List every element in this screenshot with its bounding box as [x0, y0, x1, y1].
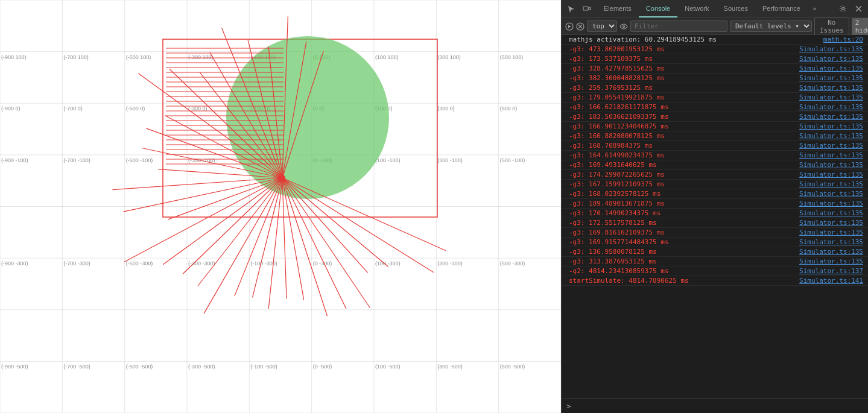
console-prompt-icon: > [566, 402, 571, 411]
settings-icon[interactable] [835, 2, 850, 16]
log-text: -g2: 4814.234130859375 ms [569, 267, 794, 275]
canvas-area [0, 0, 561, 413]
log-text: -g3: 136.9580078125 ms [569, 248, 794, 256]
log-source[interactable]: Simulator.ts:135 [799, 151, 863, 159]
log-text: -g3: 168.708984375 ms [569, 142, 794, 150]
log-text: -g3: 164.614990234375 ms [569, 151, 794, 159]
tab-network[interactable]: Network [677, 0, 716, 17]
log-entry: -g2: 4814.234130859375 msSimulator.ts:13… [562, 266, 868, 276]
log-source[interactable]: Simulator.ts:137 [799, 267, 863, 275]
simulation-canvas [0, 0, 561, 413]
tab-console[interactable]: Console [639, 0, 677, 17]
log-text: -g3: 179.055419921875 ms [569, 93, 794, 101]
log-source[interactable]: Simulator.ts:135 [799, 103, 863, 111]
log-entry: -g3: 328.427978515625 msSimulator.ts:135 [562, 64, 868, 74]
log-text: -g3: 183.5036621093375 ms [569, 113, 794, 121]
log-source[interactable]: Simulator.ts:135 [799, 219, 863, 227]
devtools-actions [835, 2, 868, 16]
log-text: -g3: 168.02392578125 ms [569, 190, 794, 198]
log-entry: -g3: 174.299072265625 msSimulator.ts:135 [562, 170, 868, 180]
log-source[interactable]: Simulator.ts:141 [799, 277, 863, 285]
log-entry: -g3: 473.802001953125 msSimulator.ts:135 [562, 45, 868, 54]
log-text: -g3: 170.14990234375 ms [569, 209, 794, 217]
log-source[interactable]: Simulator.ts:135 [799, 209, 863, 217]
default-levels-select[interactable]: Default levels ▾ [730, 20, 812, 32]
log-text: -g3: 166.6218261171875 ms [569, 103, 794, 111]
log-entry: -g3: 164.614990234375 msSimulator.ts:135 [562, 151, 868, 160]
log-text: -g3: 169.816162109375 ms [569, 229, 794, 236]
tab-elements[interactable]: Elements [597, 0, 639, 17]
device-icon[interactable] [580, 2, 594, 16]
log-source[interactable]: Simulator.ts:135 [799, 190, 863, 198]
console-log-area[interactable]: mathjs activation: 60.294189453125 msmat… [562, 35, 868, 399]
log-text: -g3: 259.376953125 ms [569, 84, 794, 92]
log-entry: -g3: 169.4931640625 msSimulator.ts:135 [562, 160, 868, 170]
log-entry: -g3: 136.9580078125 msSimulator.ts:135 [562, 247, 868, 257]
tab-performance[interactable]: Performance [755, 0, 808, 17]
log-source[interactable]: math.ts:20 [823, 36, 863, 43]
filter-input[interactable] [630, 20, 727, 32]
tab-sources[interactable]: Sources [717, 0, 755, 17]
log-source[interactable]: Simulator.ts:135 [799, 161, 863, 169]
devtools-left-icons [562, 2, 597, 16]
log-source[interactable]: Simulator.ts:135 [799, 200, 863, 207]
log-source[interactable]: Simulator.ts:135 [799, 122, 863, 130]
log-text: mathjs activation: 60.294189453125 ms [569, 36, 819, 43]
run-icon[interactable] [565, 20, 574, 33]
svg-rect-0 [583, 7, 588, 10]
no-issues-button[interactable]: No Issues [814, 17, 849, 36]
log-text: -g3: 173.537109375 ms [569, 55, 794, 63]
log-entry: -g3: 160.882080078125 msSimulator.ts:135 [562, 131, 868, 141]
svg-rect-1 [589, 7, 591, 10]
context-select[interactable]: top [587, 20, 617, 32]
log-entry: mathjs activation: 60.294189453125 msmat… [562, 35, 868, 45]
log-source[interactable]: Simulator.ts:135 [799, 93, 863, 101]
log-text: -g3: 169.4931640625 ms [569, 161, 794, 169]
more-tabs[interactable]: » [808, 0, 822, 17]
devtools-toolbar-top: Elements Console Network Sources Perform… [562, 0, 868, 18]
log-source[interactable]: Simulator.ts:135 [799, 74, 863, 82]
log-source[interactable]: Simulator.ts:135 [799, 229, 863, 236]
log-source[interactable]: Simulator.ts:135 [799, 113, 863, 121]
log-source[interactable]: Simulator.ts:135 [799, 238, 863, 246]
log-source[interactable]: Simulator.ts:135 [799, 84, 863, 92]
log-source[interactable]: Simulator.ts:135 [799, 171, 863, 178]
cursor-icon[interactable] [564, 2, 578, 16]
eye-icon[interactable] [619, 20, 628, 33]
log-entry: -g3: 259.376953125 msSimulator.ts:135 [562, 83, 868, 93]
log-entry: -g3: 167.159912109375 msSimulator.ts:135 [562, 180, 868, 189]
devtools-tabs: Elements Console Network Sources Perform… [597, 0, 822, 17]
log-entry: -g3: 168.02392578125 msSimulator.ts:135 [562, 189, 868, 199]
clear-icon[interactable] [576, 20, 584, 33]
log-source[interactable]: Simulator.ts:135 [799, 248, 863, 256]
log-text: -g3: 174.299072265625 ms [569, 171, 794, 178]
log-source[interactable]: Simulator.ts:135 [799, 132, 863, 140]
log-entry: -g3: 169.816162109375 msSimulator.ts:135 [562, 228, 868, 238]
hidden-badge: 2 hidden [852, 18, 868, 35]
log-source[interactable]: Simulator.ts:135 [799, 180, 863, 188]
log-text: -g3: 328.427978515625 ms [569, 65, 794, 72]
log-text: -g3: 473.802001953125 ms [569, 45, 794, 53]
log-entry: -g3: 166.6218261171875 msSimulator.ts:13… [562, 102, 868, 112]
devtools-toolbar-second: top Default levels ▾ No Issues 2 hidden [562, 18, 868, 35]
log-text: -g3: 160.882080078125 ms [569, 132, 794, 140]
log-entry: -g3: 173.537109375 msSimulator.ts:135 [562, 54, 868, 64]
log-entry: -g3: 170.14990234375 msSimulator.ts:135 [562, 209, 868, 218]
log-source[interactable]: Simulator.ts:135 [799, 142, 863, 150]
log-entry: -g3: 189.489013671875 msSimulator.ts:135 [562, 199, 868, 209]
log-entry: -g3: 168.708984375 msSimulator.ts:135 [562, 141, 868, 151]
log-text: -g3: 166.9011234046875 ms [569, 122, 794, 130]
log-source[interactable]: Simulator.ts:135 [799, 65, 863, 72]
log-source[interactable]: Simulator.ts:135 [799, 45, 863, 53]
log-entry: -g3: 169.9157714484375 msSimulator.ts:13… [562, 238, 868, 247]
close-icon[interactable] [851, 2, 866, 16]
log-text: startSimulate: 4814.7890625 ms [569, 277, 794, 285]
log-text: -g3: 382.300048828125 ms [569, 74, 794, 82]
log-entry: -g3: 172.5517578125 msSimulator.ts:135 [562, 218, 868, 228]
log-entry: -g3: 382.300048828125 msSimulator.ts:135 [562, 74, 868, 83]
log-source[interactable]: Simulator.ts:135 [799, 257, 863, 265]
log-text: -g3: 189.489013671875 ms [569, 200, 794, 207]
devtools-panel: Elements Console Network Sources Perform… [561, 0, 868, 413]
log-text: -g3: 169.9157714484375 ms [569, 238, 794, 246]
log-source[interactable]: Simulator.ts:135 [799, 55, 863, 63]
